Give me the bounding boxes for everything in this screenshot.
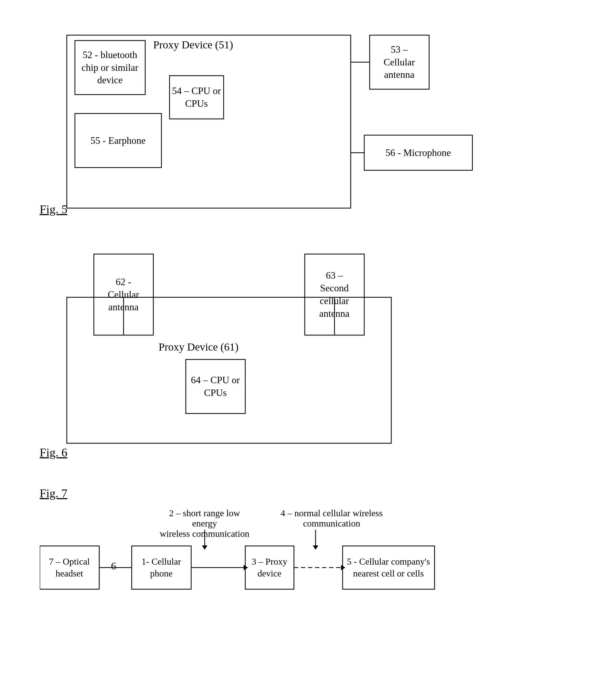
- svg-marker-24: [202, 545, 207, 550]
- fig5-box53: 53 –Cellularantenna: [370, 35, 429, 89]
- fig5-diagram: Proxy Device (51) 52 - bluetooth chip or…: [40, 27, 554, 221]
- fig7-num6: 6: [111, 560, 116, 572]
- fig5-box54: 54 – CPU or CPUs: [169, 76, 224, 119]
- fig7-box-phone: 1- Cellularphone: [132, 546, 191, 589]
- fig6-diagram: Proxy Device (61) 62 -Cellularantenna 63…: [40, 243, 554, 465]
- fig7-box-proxy: 3 – Proxydevice: [245, 546, 294, 589]
- fig5-box52: 52 - bluetooth chip or similar device: [75, 41, 145, 94]
- fig7-comm1-label: 2 – short range low energy wireless comm…: [159, 508, 251, 539]
- fig6-caption: Fig. 6: [40, 446, 68, 459]
- fig7-diagram: Fig. 7 2 – short range low energy wirele…: [40, 487, 554, 600]
- fig7-comm2-label: 4 – normal cellular wireless communicati…: [278, 508, 386, 529]
- fig6-box62: 62 -Cellularantenna: [94, 254, 153, 335]
- fig6-box63: 63 –Secondcellularantenna: [305, 254, 364, 335]
- fig7-caption: Fig. 7: [40, 487, 68, 500]
- fig6-proxy-label: Proxy Device (61): [159, 340, 238, 353]
- fig7-box-cell: 5 - Cellular company'snearest cell or ce…: [343, 546, 435, 589]
- fig5-box55: 55 - Earphone: [75, 114, 161, 168]
- fig6-box64: 64 – CPU or CPUs: [186, 360, 245, 413]
- svg-marker-26: [313, 545, 318, 550]
- fig5-proxy-label: Proxy Device (51): [153, 38, 233, 51]
- fig5-box56: 56 - Microphone: [364, 135, 472, 170]
- fig5-caption: Fig. 5: [40, 202, 68, 216]
- fig7-box-optical: 7 – Opticalheadset: [40, 546, 99, 589]
